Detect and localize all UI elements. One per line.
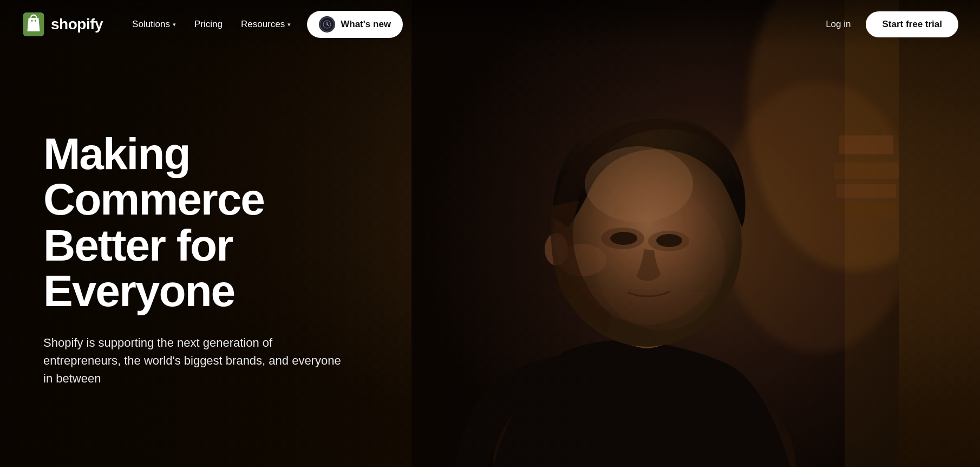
hero-section: shopify Solutions ▾ Pricing Resources ▾ [0, 0, 980, 467]
hero-headline: Making Commerce Better for Everyone [43, 131, 347, 314]
shopify-bag-icon [22, 12, 45, 36]
svg-rect-21 [35, 20, 36, 22]
hero-subtext: Shopify is supporting the next generatio… [43, 334, 347, 387]
resources-chevron-icon: ▾ [288, 21, 291, 28]
navbar: shopify Solutions ▾ Pricing Resources ▾ [0, 0, 980, 49]
whats-new-badge [319, 16, 335, 33]
nav-links: Solutions ▾ Pricing Resources ▾ [125, 11, 816, 38]
pricing-nav-item[interactable]: Pricing [187, 15, 230, 34]
hero-content: Making Commerce Better for Everyone Shop… [43, 131, 347, 387]
shopify-logo[interactable]: shopify [22, 12, 103, 36]
start-free-trial-button[interactable]: Start free trial [866, 11, 958, 37]
whats-new-button[interactable]: What's new [307, 11, 403, 38]
log-in-button[interactable]: Log in [816, 14, 860, 35]
whats-new-badge-icon [319, 17, 335, 32]
solutions-nav-item[interactable]: Solutions ▾ [125, 15, 184, 34]
solutions-chevron-icon: ▾ [173, 21, 176, 28]
nav-right: Log in Start free trial [816, 11, 958, 37]
svg-rect-20 [31, 20, 33, 22]
logo-text: shopify [51, 16, 103, 33]
resources-nav-item[interactable]: Resources ▾ [233, 15, 298, 34]
whats-new-label: What's new [341, 19, 391, 30]
